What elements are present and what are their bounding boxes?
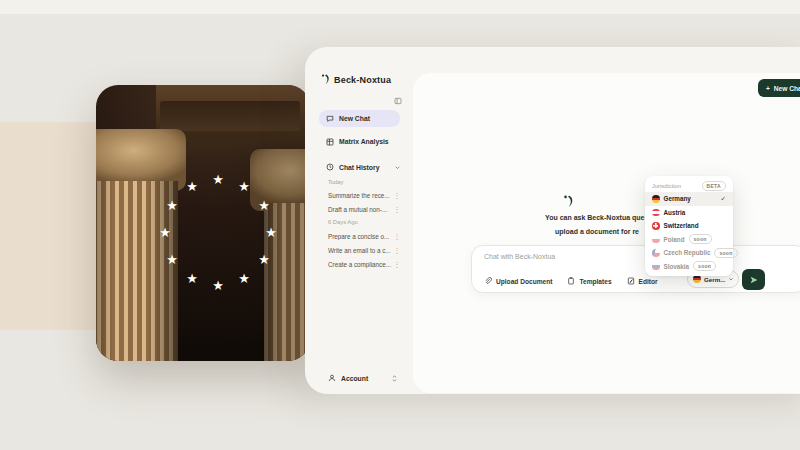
brand-logo: Beck-Noxtua [321,74,391,85]
soon-badge: soon [689,234,712,244]
item-menu-icon[interactable] [393,192,401,199]
sidebar: Beck-Noxtua New Chat Matrix Analysis [305,47,413,394]
brand-mark-icon [321,74,330,85]
switzerland-flag-icon [652,222,660,230]
czech-republic-flag-icon [652,249,660,257]
sidebar-item-label: New Chat [339,115,370,122]
jurisdiction-option-slovakia: Slovakia soon [645,260,733,274]
jurisdiction-option-switzerland[interactable]: Switzerland [645,219,733,233]
empty-state-text-line1: You can ask Beck-Noxtua que [545,214,644,221]
eu-star [186,180,198,193]
paperclip-icon [484,277,492,285]
sidebar-item-label: Matrix Analysis [339,138,389,145]
jurisdiction-dropdown: Jurisdiction BETA Germany ✓ Austria Swit… [645,176,733,276]
chevron-down-icon [394,164,401,171]
history-group-label: 6 Days Ago [328,219,358,225]
chat-bubble-icon [326,115,334,123]
eu-star [212,173,224,186]
checkmark-icon: ✓ [721,195,726,203]
item-menu-icon[interactable] [393,247,401,254]
account-menu[interactable]: Account [319,370,402,386]
jurisdiction-option-czech-republic: Czech Republic soon [645,246,733,260]
template-icon [567,277,575,285]
grid-icon [326,138,334,146]
templates-button[interactable]: Templates [567,277,611,285]
action-label: Upload Document [496,278,552,285]
send-button[interactable] [742,269,765,290]
history-item[interactable]: Summarize the rece... [328,189,401,202]
eu-star [258,253,270,266]
eu-star [186,272,198,285]
sidebar-collapse-icon[interactable] [394,97,402,105]
composer-actions: Upload Document Templates [484,277,658,285]
marble-texture-block [0,122,96,330]
soon-badge: soon [693,261,716,271]
beta-badge: BETA [702,181,726,191]
main-panel: + New Chat You can ask Beck-Noxtua que u… [413,73,800,393]
eu-star [258,199,270,212]
jurisdiction-option-austria[interactable]: Austria [645,206,733,220]
photo-beam [160,101,300,131]
empty-state-text-line2: upload a document for re [555,228,639,235]
austria-flag-icon [652,209,660,217]
composer-placeholder: Chat with Beck-Noxtua [484,253,555,260]
user-icon [328,374,336,382]
chat-history-title: Chat History [339,164,389,171]
history-item[interactable]: Prepare a concise o... [328,230,401,243]
eu-star [159,226,171,239]
selector-updown-icon [391,374,398,383]
action-label: Templates [579,278,611,285]
sidebar-item-matrix-analysis[interactable]: Matrix Analysis [319,133,400,150]
brand-mark-icon [563,195,574,208]
plus-icon: + [766,85,770,92]
soon-badge: soon [714,248,737,258]
dropdown-header: Jurisdiction BETA [645,179,733,192]
account-label: Account [341,375,386,382]
chat-composer[interactable]: Chat with Beck-Noxtua Upload Document [471,245,800,293]
clock-icon [326,163,334,171]
eu-star [238,272,250,285]
eu-star [166,253,178,266]
eu-star [166,199,178,212]
germany-flag-icon [693,275,701,283]
germany-flag-icon [652,195,660,203]
history-item[interactable]: Create a compliance... [328,258,401,271]
eu-star [265,226,277,239]
item-menu-icon[interactable] [393,261,401,268]
history-item[interactable]: Write an email to a c... [328,244,401,257]
item-menu-icon[interactable] [393,233,401,240]
send-icon [749,275,759,285]
eu-columns-photo [96,85,310,361]
jurisdiction-option-poland: Poland soon [645,233,733,247]
jurisdiction-option-germany[interactable]: Germany ✓ [645,192,733,206]
item-menu-icon[interactable] [393,206,401,213]
history-group-label: Today [328,179,343,185]
new-chat-button[interactable]: + New Chat [758,79,800,97]
upload-document-button[interactable]: Upload Document [484,277,552,285]
eu-star [238,180,250,193]
history-item[interactable]: Draft a mutual non-... [328,203,401,216]
chat-history-header[interactable]: Chat History [319,160,403,174]
dropdown-title: Jurisdiction [652,183,698,189]
eu-star [212,279,224,292]
edit-document-icon [627,277,635,285]
slovakia-flag-icon [652,263,660,271]
sidebar-item-new-chat[interactable]: New Chat [319,110,400,127]
poland-flag-icon [652,236,660,244]
editor-button[interactable]: Editor [627,277,658,285]
brand-name: Beck-Noxtua [334,75,391,85]
action-label: Editor [639,278,658,285]
chevron-down-icon [728,276,734,282]
background-top-strip [0,0,800,14]
new-chat-button-label: New Chat [774,85,800,92]
app-window: Beck-Noxtua New Chat Matrix Analysis [305,47,800,394]
jurisdiction-selected-label: Germ... [704,276,725,283]
